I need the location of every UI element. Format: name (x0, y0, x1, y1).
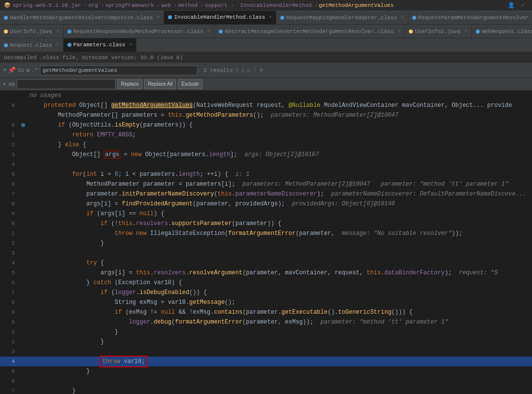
code-line-empty2: 3 (0, 248, 532, 258)
code-line-return-empty: 1 return EMPTY_ARGS; (0, 130, 532, 140)
code-line-close-brace4: 7 } (0, 386, 532, 394)
code-line-close-if: 2 } (0, 238, 532, 248)
search-input[interactable] (42, 67, 195, 73)
search-bar: × 📌 Cc W .* 2 results ↑ ↓ ☐ ⋮ ▽ (0, 63, 532, 78)
code-line-resolveargument: 5 args[i] = this.resolvers.resolveArgume… (0, 268, 532, 278)
breadcrumb-invocable[interactable]: InvocableHandlerMethod (235, 2, 312, 8)
tab-webrequest[interactable]: WebRequest.class × (472, 25, 532, 38)
code-area: no usages 8 protected Object[] getMethod… (0, 91, 532, 394)
search-input-wrap (40, 66, 198, 75)
code-line-empty3: 3 (0, 347, 532, 357)
code-line-empty4: 6 (0, 376, 532, 386)
code-line-close-brace3: 5 } (0, 366, 532, 376)
tab-icon (412, 16, 416, 20)
tab-label: HandlerMethodArgumentResolverComposite.c… (10, 15, 153, 21)
code-line-methodparam: 6 MethodParameter parameter = parameters… (0, 179, 532, 189)
tab-icon (67, 43, 71, 47)
code-line-nousages: no usages (0, 91, 532, 100)
aa-icon[interactable]: Aa (8, 81, 15, 87)
next-result-icon[interactable]: ↓ (241, 66, 245, 74)
tab-request[interactable]: Request.class × (0, 38, 64, 52)
breadcrumb-web[interactable]: web (161, 2, 171, 8)
close-icon[interactable]: × (398, 29, 400, 34)
search-results: 2 results (203, 67, 233, 73)
check-icon[interactable]: ✓ (521, 2, 524, 8)
notification-bar: Decompiled .class file, bytecode version… (0, 52, 532, 63)
toggle-search-icon[interactable]: ☐ (247, 67, 250, 73)
tab-userinfo2[interactable]: UserInfo2.java × (405, 25, 471, 38)
code-line-try: 4 try { (0, 258, 532, 268)
tab-bar-2: UserInfo.java × RequestResponseBodyMetho… (0, 25, 532, 38)
replace-input[interactable] (19, 81, 113, 87)
close-icon[interactable]: × (56, 42, 59, 48)
pin-icon[interactable]: 📌 (8, 66, 16, 74)
code-line-parameters: MethodParameter[] parameters = this.getM… (0, 110, 532, 120)
code-line-if-exmsg: 9 if (exMsg != null && !exMsg.contains(p… (0, 307, 532, 317)
tab-label: WebRequest.class (482, 29, 532, 34)
tab-userinfo[interactable]: UserInfo.java × (0, 25, 64, 38)
tab-icon (4, 30, 8, 33)
tab-label: AbstractMessageConverterMethodArgumentRe… (225, 29, 394, 34)
replace-input-wrap (17, 79, 115, 89)
code-line-exmsg: 8 String exMsg = var10.getMessage(); (0, 297, 532, 307)
tab-icon (67, 30, 71, 33)
tab-abstractmessageconverter[interactable]: AbstractMessageConverterMethodArgumentRe… (215, 25, 405, 38)
close-icon[interactable]: × (56, 29, 59, 34)
tab-bar-3: Request.class × Parameters.class × (0, 38, 532, 52)
replace-all-button[interactable]: Replace All (144, 79, 176, 89)
exclude-button[interactable]: Exclude (178, 79, 202, 89)
breadcrumb-method[interactable]: method (178, 2, 198, 8)
tab-handlermethodargumentresolvercomposite[interactable]: HandlerMethodArgumentResolverComposite.c… (0, 11, 164, 24)
tab-label: RequestMappingHandlerAdapter.class (286, 15, 397, 21)
regex-icon[interactable]: .* (32, 67, 38, 73)
tab-label: UserInfo.java (10, 29, 52, 34)
code-line-if-args-null: 9 if (args[i] == null) { (0, 209, 532, 219)
breadcrumb-method-name[interactable]: getMethodArgumentValues (319, 2, 394, 8)
code-line-initparam: 7 parameter.initParameterNameDiscovery(t… (0, 189, 532, 199)
close-icon[interactable]: × (269, 15, 272, 20)
close-icon[interactable]: × (157, 15, 160, 20)
breadcrumb-support[interactable]: support (205, 2, 228, 8)
close-icon[interactable]: × (401, 15, 404, 20)
tab-parameters[interactable]: Parameters.class × (64, 38, 137, 52)
breadcrumb-jar[interactable]: spring-web-5.3.20.jar (13, 2, 81, 8)
tab-icon (476, 30, 480, 33)
tab-requestparammethodargumentresolver[interactable]: RequestParamMethodArgumentResolver.c... … (408, 11, 532, 24)
match-word-icon[interactable]: W (26, 67, 30, 73)
tab-icon (409, 30, 413, 33)
code-line-empty1: 4 (0, 160, 532, 169)
breadcrumb-org[interactable]: org (88, 2, 98, 8)
breadcrumb-bar: 📦 spring-web-5.3.20.jar › org › springfr… (0, 0, 532, 11)
replace-bar: ▸ Aa Replace Replace All Exclude (0, 78, 532, 91)
replace-button[interactable]: Replace (117, 79, 142, 89)
code-line-logger-debug: 0 logger.debug(formatArgumentError(param… (0, 317, 532, 327)
close-icon[interactable]: × (207, 29, 210, 34)
filter-icon[interactable]: ▽ (260, 67, 263, 73)
prev-result-icon[interactable]: ↑ (235, 66, 239, 74)
code-line-catch: 6 } catch (Exception var10) { (0, 278, 532, 288)
tab-label: Request.class (10, 42, 52, 48)
code-line-if-resolvers: 0 if (!this.resolvers.supportsParameter(… (0, 219, 532, 229)
code-line-close-brace2: 2 } (0, 337, 532, 347)
tab-label: InvocableHandlerMethod.class (174, 14, 265, 20)
user-icon[interactable]: 👤 (508, 2, 515, 8)
expand-icon[interactable]: ▸ (3, 80, 6, 88)
tab-requestresponsebody[interactable]: RequestResponseBodyMethodProcessor.class… (64, 25, 215, 38)
tab-invocablehandlermethod[interactable]: InvocableHandlerMethod.class × (164, 11, 276, 24)
jar-icon: 📦 (4, 2, 11, 8)
code-scroll: no usages 8 protected Object[] getMethod… (0, 91, 532, 394)
code-line-for: 5 for(int i = 0; i < parameters.length; … (0, 169, 532, 179)
tab-requestmappinghandleradapter[interactable]: RequestMappingHandlerAdapter.class × (276, 11, 408, 24)
close-icon[interactable]: × (129, 42, 132, 48)
code-line-findprovided: 8 args[i] = findProvidedArgument(paramet… (0, 199, 532, 209)
code-line-else: 2 } else { (0, 140, 532, 150)
code-line-args: 3 Object[] args = new Object[parameters.… (0, 150, 532, 160)
breadcrumb-springframework[interactable]: springframework (105, 2, 154, 8)
close-icon[interactable]: × (465, 29, 467, 34)
match-case-icon[interactable]: Cc (18, 67, 24, 73)
close-search-icon[interactable]: × (3, 67, 6, 74)
tab-icon (4, 43, 8, 47)
tab-label: UserInfo2.java (415, 29, 460, 34)
code-line-if-debug: 7 if (logger.isDebugEnabled()) { (0, 288, 532, 297)
search-settings-icon[interactable]: ⋮ (252, 67, 258, 73)
